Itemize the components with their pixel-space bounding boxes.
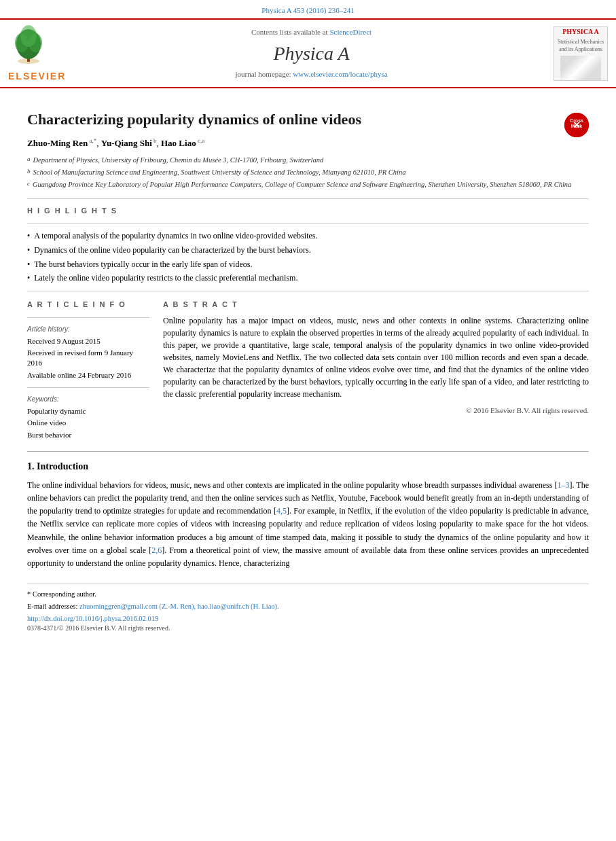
corresponding-author-note: * Corresponding author. xyxy=(27,590,589,600)
affiliation-b: b School of Manufacturing Science and En… xyxy=(27,167,589,178)
banner-center: Contents lists available at ScienceDirec… xyxy=(76,27,547,80)
divider-highlights-bottom xyxy=(27,291,589,291)
divider-history-kw xyxy=(27,387,149,388)
divider-info xyxy=(27,317,149,318)
affiliation-a: a Department of Physics, University of F… xyxy=(27,155,589,166)
highlight-2: • Dynamics of the online video popularit… xyxy=(27,245,589,256)
paper-title: Characterizing popularity dynamics of on… xyxy=(27,110,589,130)
keywords-label: Keywords: xyxy=(27,395,149,404)
journal-homepage: journal homepage: www.elsevier.com/locat… xyxy=(76,69,547,79)
keyword-1: Popularity dynamic xyxy=(27,406,149,416)
author-3: Hao Liao xyxy=(161,138,196,148)
main-content: ✕ Cross Mark Characterizing popularity d… xyxy=(0,88,616,633)
keywords-section: Keywords: Popularity dynamic Online vide… xyxy=(27,395,149,440)
bullet-2: • xyxy=(27,245,30,256)
article-info-label: A R T I C L E I N F O xyxy=(27,300,149,310)
highlights-label: H I G H L I G H T S xyxy=(27,206,589,216)
intro-paragraph-1: The online individual behaviors for vide… xyxy=(27,479,589,570)
info-abstract-columns: A R T I C L E I N F O Article history: R… xyxy=(27,300,589,442)
history-3: Available online 24 February 2016 xyxy=(27,370,149,380)
homepage-link[interactable]: www.elsevier.com/locate/physa xyxy=(293,70,387,78)
cite-1-3[interactable]: 1–3 xyxy=(558,480,570,490)
highlight-4: • Lately the online video popularity res… xyxy=(27,272,589,284)
highlight-3: • The burst behaviors typically occur in… xyxy=(27,259,589,270)
authors-line: Zhuo-Ming Ren a,*, Yu-Qiang Shi b, Hao L… xyxy=(27,137,589,150)
journal-banner: ELSEVIER Contents lists available at Sci… xyxy=(0,18,616,88)
svg-text:Cross: Cross xyxy=(570,118,583,123)
divider-highlights-top xyxy=(27,223,589,223)
cite-4-5[interactable]: 4,5 xyxy=(276,506,287,516)
history-2: Received in revised form 9 January 2016 xyxy=(27,348,149,369)
svg-text:Mark: Mark xyxy=(571,124,582,128)
elsevier-logo: ELSEVIER xyxy=(8,24,69,83)
svg-point-5 xyxy=(20,25,37,47)
crossmark-badge: ✕ Cross Mark xyxy=(564,113,589,137)
doi-line[interactable]: http://dx.doi.org/10.1016/j.physa.2016.0… xyxy=(27,614,589,624)
history-label: Article history: xyxy=(27,325,149,334)
cite-2-6[interactable]: 2,6 xyxy=(151,545,162,555)
history-1: Received 9 August 2015 xyxy=(27,336,149,346)
bullet-4: • xyxy=(27,272,30,284)
highlights-section: H I G H L I G H T S • A temporal analysi… xyxy=(27,206,589,292)
divider-body xyxy=(27,451,589,452)
physica-mini-title: PHYSICA A xyxy=(562,27,599,37)
keyword-2: Online video xyxy=(27,418,149,428)
abstract-label: A B S T R A C T xyxy=(163,300,589,310)
keyword-3: Burst behavior xyxy=(27,430,149,440)
introduction-section: 1. Introduction The online individual be… xyxy=(27,460,589,570)
sciencedirect-link[interactable]: ScienceDirect xyxy=(329,28,372,36)
author-2: Yu-Qiang Shi xyxy=(101,138,152,148)
divider-1 xyxy=(27,198,589,199)
journal-thumbnail: PHYSICA A Statistical Mechanicsand its A… xyxy=(554,26,608,81)
affiliation-c: c Guangdong Province Key Laboratory of P… xyxy=(27,179,589,190)
journal-name-display: Physica A xyxy=(76,40,547,67)
sciencedirect-line: Contents lists available at ScienceDirec… xyxy=(76,27,547,37)
abstract-text: Online popularity has a major impact on … xyxy=(163,315,589,400)
copyright-line: © 2016 Elsevier B.V. All rights reserved… xyxy=(163,406,589,416)
journal-citation: Physica A 453 (2016) 236–241 xyxy=(0,0,616,18)
intro-heading: 1. Introduction xyxy=(27,460,589,473)
bullet-1: • xyxy=(27,230,30,242)
email-line: E-mail addresses: zhuominggren@gmail.com… xyxy=(27,602,589,612)
bullet-3: • xyxy=(27,259,30,270)
elsevier-brand-text: ELSEVIER xyxy=(8,70,69,84)
highlight-1: • A temporal analysis of the popularity … xyxy=(27,230,589,242)
email-addresses[interactable]: zhuominggren@gmail.com (Z.-M. Ren), hao.… xyxy=(79,603,279,610)
article-info-column: A R T I C L E I N F O Article history: R… xyxy=(27,300,149,442)
issn-line: 0378-4371/© 2016 Elsevier B.V. All right… xyxy=(27,624,589,633)
abstract-section: A B S T R A C T Online popularity has a … xyxy=(163,300,589,442)
affiliations: a Department of Physics, University of F… xyxy=(27,155,589,190)
footer-section: * Corresponding author. E-mail addresses… xyxy=(27,584,589,633)
author-1: Zhuo-Ming Ren xyxy=(27,138,88,148)
